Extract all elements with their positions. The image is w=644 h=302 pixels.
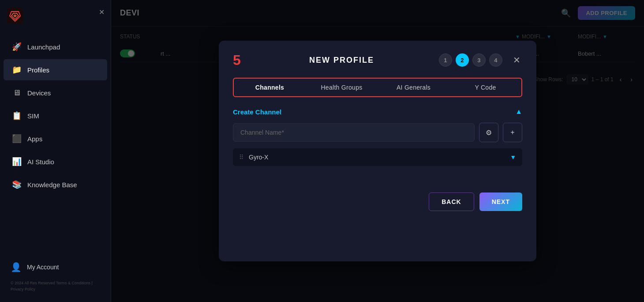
modal-footer: BACK NEXT: [233, 193, 522, 211]
account-icon: 👤: [11, 262, 22, 272]
sidebar-nav: 🚀 Launchpad 📁 Profiles 🖥 Devices 📋 SIM ⬛…: [0, 32, 111, 249]
sidebar-bottom: 👤 My Account © 2024 All Res Reserved Ter…: [0, 249, 111, 302]
modal-steps: 1 2 3 4 ✕: [439, 53, 522, 67]
footer-text: © 2024 All Res Reserved Terms & Conditio…: [5, 278, 105, 295]
sidebar-item-launchpad[interactable]: 🚀 Launchpad: [4, 36, 107, 57]
settings-icon-btn[interactable]: ⚙: [479, 123, 498, 142]
modal: 5 NEW PROFILE 1 2 3 4 ✕ Channels Health …: [219, 41, 536, 261]
sidebar-item-ai-studio[interactable]: 📊 AI Studio: [4, 151, 107, 172]
channel-name-input-row: ⚙ +: [233, 123, 522, 142]
step-number-indicator: 5: [233, 53, 241, 67]
next-button[interactable]: NEXT: [479, 193, 522, 211]
sidebar: ✕ 🚀 Launchpad 📁 Profiles 🖥 Devices 📋 SIM…: [0, 0, 111, 302]
knowledge-base-icon: 📚: [12, 180, 21, 189]
modal-tabs: Channels Health Groups AI Generals Y Cod…: [233, 78, 522, 97]
chevron-down-icon[interactable]: ▼: [510, 154, 516, 161]
profiles-icon: 📁: [12, 65, 21, 74]
add-channel-btn[interactable]: +: [503, 123, 522, 142]
main-content: DEVI 🔍 ADD PROFILE STATUS ▼ MODIFI... ▼ …: [111, 0, 644, 302]
tab-health-groups[interactable]: Health Groups: [306, 79, 378, 96]
step-indicator-wrapper: 5: [233, 53, 244, 67]
create-channel-section-header: Create Channel ▲: [233, 108, 522, 116]
apps-icon: ⬛: [12, 134, 21, 143]
modal-header: 5 NEW PROFILE 1 2 3 4 ✕: [233, 53, 522, 67]
step-4-circle[interactable]: 4: [489, 53, 502, 67]
devices-icon: 🖥: [12, 88, 21, 97]
section-collapse-icon[interactable]: ▲: [515, 108, 522, 116]
logo: [6, 7, 24, 25]
sidebar-item-sim[interactable]: 📋 SIM: [4, 105, 107, 126]
step-2-circle[interactable]: 2: [456, 53, 469, 67]
sim-icon: 📋: [12, 111, 21, 120]
channel-name-input[interactable]: [233, 123, 475, 142]
sidebar-item-apps[interactable]: ⬛ Apps: [4, 128, 107, 149]
gear-icon: ⚙: [486, 128, 492, 137]
drag-handle-icon[interactable]: ⠿: [239, 154, 243, 161]
tab-channels[interactable]: Channels: [234, 79, 306, 96]
modal-title: NEW PROFILE: [309, 56, 374, 65]
launchpad-icon: 🚀: [12, 42, 21, 51]
channel-list-item: ⠿ Gyro-X ▼: [233, 148, 522, 166]
step-1-circle[interactable]: 1: [439, 53, 452, 67]
tab-y-code[interactable]: Y Code: [449, 79, 521, 96]
plus-icon: +: [510, 128, 514, 136]
sidebar-close-icon[interactable]: ✕: [99, 8, 105, 16]
back-button[interactable]: BACK: [429, 193, 474, 211]
tab-ai-generals[interactable]: AI Generals: [378, 79, 449, 96]
step-3-circle[interactable]: 3: [472, 53, 486, 67]
channel-item-name: Gyro-X: [249, 154, 505, 161]
modal-close-icon[interactable]: ✕: [511, 53, 522, 67]
my-account-item[interactable]: 👤 My Account: [5, 257, 105, 278]
sidebar-item-devices[interactable]: 🖥 Devices: [4, 82, 107, 103]
sidebar-item-knowledge-base[interactable]: 📚 Knowledge Base: [4, 174, 107, 195]
modal-overlay: 5 NEW PROFILE 1 2 3 4 ✕ Channels Health …: [111, 0, 644, 302]
ai-studio-icon: 📊: [12, 157, 21, 166]
section-title: Create Channel: [233, 108, 281, 116]
sidebar-item-profiles[interactable]: 📁 Profiles: [4, 59, 107, 80]
